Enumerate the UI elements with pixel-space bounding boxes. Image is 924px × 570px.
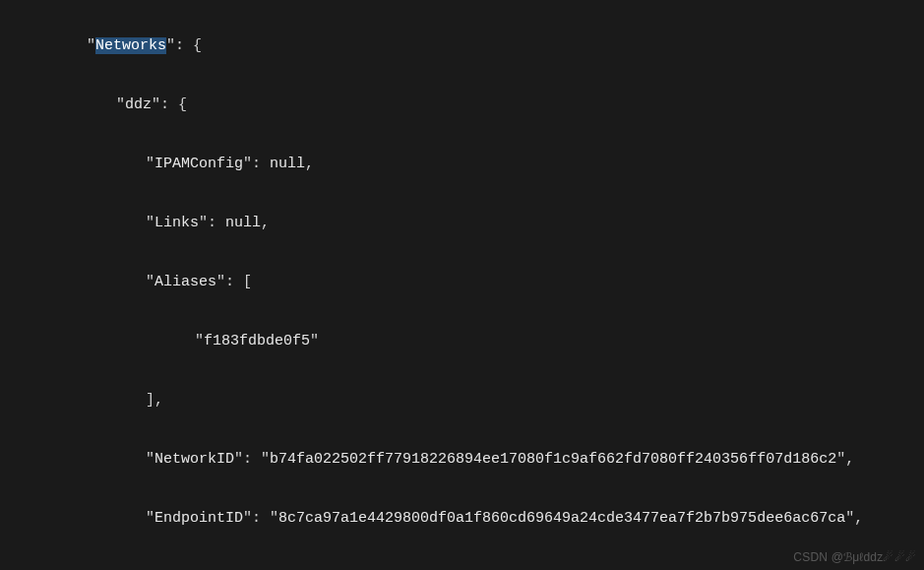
code-line: "NetworkID": "b74fa022502ff77918226894ee… (0, 445, 924, 475)
json-key: EndpointID (154, 510, 243, 527)
code-line: ], (0, 386, 924, 415)
json-string: 8c7ca97a1e4429800df0a1f860cd69649a24cde3… (278, 510, 845, 527)
code-line: "ddz": { (0, 91, 924, 120)
json-string: f183fdbde0f5 (204, 333, 310, 349)
json-key: Networks (95, 37, 166, 54)
json-string: b74fa022502ff77918226894ee17080f1c9af662… (270, 451, 836, 468)
code-line: "Links": null, (0, 209, 924, 238)
code-line: "IPAMConfig": null, (0, 150, 924, 179)
watermark-text: CSDN @ℬμℓddz☄☄☄ (793, 550, 916, 564)
json-key: Links (154, 215, 199, 231)
json-null: null (225, 215, 261, 231)
code-line: "Aliases": [ (0, 268, 924, 297)
json-null: null (270, 156, 305, 172)
json-key: Aliases (154, 274, 216, 290)
code-line: "Gateway": "172.20.0.1", (0, 563, 924, 570)
code-line: "f183fdbde0f5" (0, 327, 924, 356)
json-code-block[interactable]: "Networks": { "ddz": { "IPAMConfig": nul… (0, 0, 924, 570)
code-line: "EndpointID": "8c7ca97a1e4429800df0a1f86… (0, 504, 924, 534)
json-key: IPAMConfig (154, 156, 243, 172)
json-key: NetworkID (154, 451, 234, 468)
code-line: "Networks": { (0, 32, 924, 61)
json-key: ddz (125, 96, 152, 113)
